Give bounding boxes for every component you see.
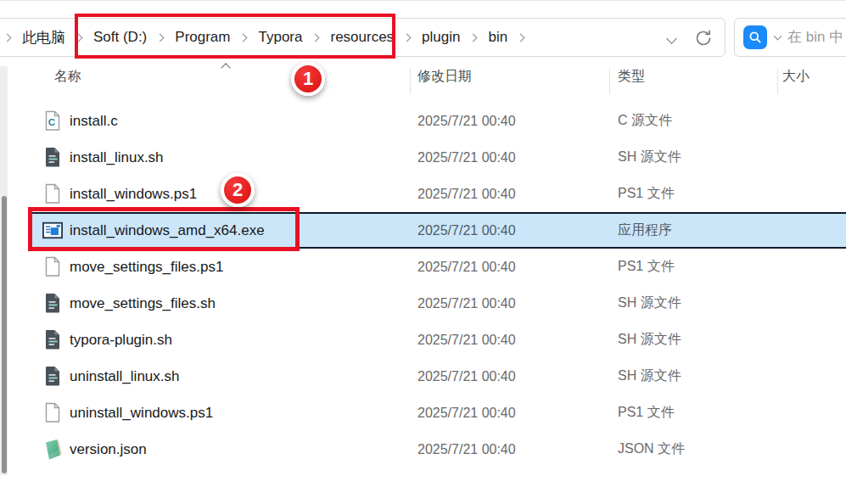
file-type: PS1 文件 [618, 258, 675, 276]
file-type: SH 源文件 [618, 367, 681, 385]
search-icon[interactable] [743, 25, 767, 49]
file-date-modified: 2025/7/21 00:40 [417, 187, 516, 202]
column-header-name[interactable]: 名称 [54, 68, 81, 86]
search-dropdown-chevron-icon[interactable] [774, 32, 782, 41]
file-row[interactable]: uninstall_windows.ps1 2025/7/21 00:40 PS… [31, 395, 846, 431]
scrollbar-thumb[interactable] [2, 196, 7, 473]
file-name: uninstall_linux.sh [70, 368, 179, 385]
file-row[interactable]: version.json 2025/7/21 00:40 JSON 文件 [31, 431, 846, 468]
search-box[interactable] [734, 18, 846, 57]
address-dropdown-chevron-icon[interactable] [666, 33, 677, 44]
file-date-modified: 2025/7/21 00:40 [417, 333, 516, 348]
refresh-icon[interactable] [694, 29, 713, 48]
file-type: 应用程序 [618, 221, 672, 239]
annotation-rectangle-selected-file [28, 207, 300, 251]
breadcrumb-chevron-icon[interactable] [469, 33, 478, 42]
breadcrumb-item[interactable]: bin [483, 25, 513, 49]
column-header-size[interactable]: 大小 [782, 68, 810, 86]
file-name: uninstall_windows.ps1 [70, 405, 213, 422]
file-row[interactable]: C install.c 2025/7/21 00:40 C 源文件 [31, 103, 846, 139]
file-date-modified: 2025/7/21 00:40 [417, 150, 516, 165]
file-date-modified: 2025/7/21 00:40 [417, 369, 516, 384]
file-row[interactable]: typora-plugin.sh 2025/7/21 00:40 SH 源文件 [31, 322, 846, 358]
ps1-file-icon [42, 402, 63, 424]
file-row[interactable]: uninstall_linux.sh 2025/7/21 00:40 SH 源文… [31, 358, 846, 395]
column-header-type[interactable]: 类型 [618, 68, 645, 86]
sort-ascending-icon [221, 63, 230, 72]
ps1-file-icon [42, 256, 63, 278]
shell-script-file-icon [42, 329, 63, 351]
annotation-rectangle-breadcrumb [75, 14, 395, 59]
breadcrumb-chevron-icon[interactable] [403, 33, 412, 42]
file-name: move_settings_files.sh [70, 295, 216, 312]
file-date-modified: 2025/7/21 00:40 [417, 296, 516, 311]
column-header-date[interactable]: 修改日期 [417, 68, 472, 86]
toolbar-divider [0, 0, 846, 1]
column-divider[interactable] [777, 68, 778, 94]
file-row[interactable]: move_settings_files.ps1 2025/7/21 00:40 … [31, 249, 846, 285]
shell-script-file-icon [42, 147, 63, 169]
file-date-modified: 2025/7/21 00:40 [417, 406, 516, 421]
file-name: install_linux.sh [70, 149, 164, 166]
file-name: typora-plugin.sh [70, 332, 172, 349]
breadcrumb-item[interactable]: plugin [417, 25, 465, 49]
file-type: SH 源文件 [618, 294, 681, 312]
file-type: JSON 文件 [618, 440, 685, 458]
breadcrumb-chevron-icon[interactable] [3, 33, 12, 42]
file-name: install_windows.ps1 [70, 186, 197, 203]
c-source-file-icon: C [42, 110, 63, 132]
file-type: SH 源文件 [618, 331, 681, 349]
file-row[interactable]: move_settings_files.sh 2025/7/21 00:40 S… [31, 285, 846, 322]
file-date-modified: 2025/7/21 00:40 [417, 442, 516, 457]
json-file-icon [42, 439, 63, 461]
annotation-badge-2: 2 [221, 173, 255, 207]
file-name: install.c [70, 113, 118, 130]
file-date-modified: 2025/7/21 00:40 [417, 223, 516, 238]
file-date-modified: 2025/7/21 00:40 [417, 114, 516, 129]
breadcrumb-item[interactable]: 此电脑 [17, 25, 70, 51]
breadcrumb-chevron-icon[interactable] [517, 33, 525, 42]
file-type: SH 源文件 [618, 148, 681, 166]
ps1-file-icon [42, 183, 63, 205]
column-divider[interactable] [609, 68, 610, 94]
file-row[interactable]: install_linux.sh 2025/7/21 00:40 SH 源文件 [31, 139, 846, 176]
file-type: C 源文件 [618, 112, 672, 130]
svg-text:C: C [48, 117, 54, 127]
shell-script-file-icon [42, 366, 63, 388]
file-type: PS1 文件 [618, 185, 675, 203]
file-date-modified: 2025/7/21 00:40 [417, 260, 516, 275]
column-divider[interactable] [410, 68, 411, 94]
annotation-badge-1: 1 [291, 62, 325, 96]
file-name: version.json [70, 441, 147, 458]
search-input[interactable] [787, 29, 846, 46]
file-list: C install.c 2025/7/21 00:40 C 源文件 instal… [31, 103, 846, 468]
file-name: move_settings_files.ps1 [70, 259, 223, 276]
shell-script-file-icon [42, 293, 63, 315]
file-type: PS1 文件 [618, 404, 675, 422]
